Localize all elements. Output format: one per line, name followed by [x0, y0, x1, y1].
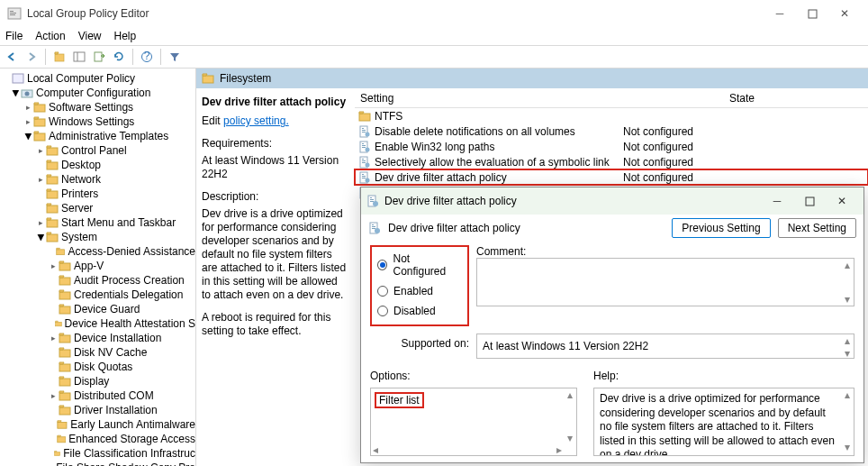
list-row[interactable]: Dev drive filter attach policyNot config… — [355, 169, 868, 185]
dialog-close-button[interactable]: ✕ — [826, 190, 858, 212]
menu-help[interactable]: Help — [114, 30, 137, 42]
maximize-button[interactable] — [796, 3, 828, 24]
tree-dhas[interactable]: Device Health Attestation S — [0, 316, 195, 331]
details-title: Dev drive filter attach policy — [202, 96, 349, 109]
policy-icon — [358, 171, 371, 184]
folder-icon — [202, 73, 214, 84]
edit-policy-link[interactable]: policy setting. — [223, 114, 289, 127]
tree-printers[interactable]: Printers — [0, 187, 195, 201]
scroll-down-icon[interactable]: ▾ — [845, 441, 850, 455]
scroll-down-icon[interactable]: ▾ — [845, 347, 850, 360]
scroll-left-icon[interactable]: ◂ — [373, 443, 378, 456]
tree-label: Audit Process Creation — [74, 274, 185, 287]
scroll-right-icon[interactable]: ▸ — [556, 443, 562, 456]
svg-rect-19 — [47, 177, 58, 184]
next-setting-button[interactable]: Next Setting — [778, 218, 856, 238]
scroll-up-icon[interactable]: ▴ — [845, 259, 850, 271]
scroll-up-icon[interactable]: ▴ — [567, 388, 573, 401]
svg-rect-4 — [809, 10, 817, 18]
help-button[interactable]: ? — [138, 48, 156, 66]
tree-admin-templates[interactable]: ⯆Administrative Templates — [0, 129, 195, 143]
tree-appv[interactable]: ▸App-V — [0, 259, 195, 273]
svg-rect-76 — [372, 224, 374, 225]
tree-server[interactable]: Server — [0, 201, 195, 215]
back-button[interactable] — [3, 48, 21, 66]
menubar: File Action View Help — [0, 27, 868, 45]
menu-file[interactable]: File — [5, 30, 23, 42]
svg-point-63 — [366, 178, 370, 182]
tree-esa[interactable]: Enhanced Storage Access — [0, 432, 195, 446]
list-row[interactable]: Enable Win32 long pathsNot configured — [355, 139, 868, 154]
menu-action[interactable]: Action — [35, 30, 65, 42]
tree-system[interactable]: ⯆System — [0, 230, 195, 244]
tree-device-guard[interactable]: Device Guard — [0, 302, 195, 316]
tree-start-menu[interactable]: ▸Start Menu and Taskbar — [0, 215, 195, 230]
export-button[interactable] — [90, 48, 108, 66]
refresh-button[interactable] — [110, 48, 128, 66]
minimize-button[interactable]: ─ — [764, 3, 796, 24]
svg-rect-29 — [55, 322, 61, 326]
comment-input[interactable]: ▴▾ — [476, 258, 854, 306]
col-state[interactable]: State — [616, 92, 868, 105]
tree-fci[interactable]: File Classification Infrastruc — [0, 446, 195, 461]
tree-audit-process[interactable]: Audit Process Creation — [0, 273, 195, 288]
tree-label: Display — [74, 375, 109, 388]
tree-label: Network — [61, 173, 101, 186]
breadcrumb: Filesystem — [196, 69, 868, 88]
tree-disk-nv[interactable]: Disk NV Cache — [0, 345, 195, 360]
close-button[interactable]: ✕ — [828, 3, 861, 24]
help-label: Help: — [593, 370, 854, 382]
tree-network[interactable]: ▸Network — [0, 172, 195, 187]
dialog-maximize-button[interactable] — [793, 190, 826, 212]
tree-driver-install[interactable]: Driver Installation — [0, 403, 195, 417]
options-box[interactable]: Filter list ▴▾ ◂▸ — [370, 388, 577, 456]
comment-label: Comment: — [476, 245, 854, 258]
svg-rect-20 — [47, 191, 58, 198]
show-hide-tree-button[interactable] — [70, 48, 88, 66]
folder-icon — [358, 110, 371, 123]
tree-access-denied[interactable]: Access-Denied Assistance — [0, 244, 195, 259]
tree-software-settings[interactable]: ▸Software Settings — [0, 100, 195, 114]
radio-enabled[interactable]: Enabled — [377, 285, 462, 297]
tree-fsscp[interactable]: File Share Shadow Copy Pro — [0, 461, 195, 466]
filter-button[interactable] — [166, 48, 184, 66]
svg-rect-33 — [59, 379, 70, 386]
desc-label: Description: — [202, 190, 349, 204]
app-icon — [7, 6, 22, 21]
radio-not-configured[interactable]: Not Configured — [377, 252, 462, 278]
list-row[interactable]: Disable delete notifications on all volu… — [355, 123, 868, 139]
tree-dcom[interactable]: ▸Distributed COM — [0, 388, 195, 403]
dialog-minimize-button[interactable]: ─ — [761, 190, 793, 212]
tree-control-panel[interactable]: ▸Control Panel — [0, 143, 195, 158]
tree-label: Administrative Templates — [49, 130, 168, 142]
svg-rect-17 — [47, 148, 58, 155]
scroll-down-icon[interactable]: ▾ — [845, 293, 850, 306]
list-row[interactable]: Selectively allow the evaluation of a sy… — [355, 154, 868, 169]
nav-tree[interactable]: Local Computer Policy ⯆Computer Configur… — [0, 69, 196, 466]
tree-device-install[interactable]: ▸Device Installation — [0, 331, 195, 345]
tree-display[interactable]: Display — [0, 374, 195, 388]
radio-disabled[interactable]: Disabled — [377, 305, 462, 317]
tree-desktop[interactable]: Desktop — [0, 158, 195, 172]
tree-elam[interactable]: Early Launch Antimalware — [0, 417, 195, 432]
col-setting[interactable]: Setting — [355, 92, 616, 105]
svg-rect-77 — [372, 226, 375, 227]
scroll-up-icon[interactable]: ▴ — [845, 334, 850, 347]
tree-computer-config[interactable]: ⯆Computer Configuration — [0, 86, 195, 100]
svg-rect-55 — [362, 159, 364, 160]
tree-root[interactable]: Local Computer Policy — [0, 71, 195, 86]
previous-setting-button[interactable]: Previous Setting — [672, 218, 770, 238]
tree-disk-quotas[interactable]: Disk Quotas — [0, 360, 195, 374]
forward-button[interactable] — [23, 48, 41, 66]
tree-cred-delegation[interactable]: Credentials Delegation — [0, 288, 195, 302]
scroll-up-icon[interactable]: ▴ — [845, 388, 850, 403]
tree-label: File Share Shadow Copy Pro — [56, 461, 195, 466]
tree-label: System — [61, 231, 97, 243]
svg-rect-37 — [57, 437, 65, 443]
svg-rect-51 — [362, 145, 366, 146]
scroll-down-icon[interactable]: ▾ — [567, 432, 573, 444]
up-button[interactable] — [50, 48, 68, 66]
list-row[interactable]: NTFS — [355, 108, 868, 123]
menu-view[interactable]: View — [78, 30, 102, 42]
tree-windows-settings[interactable]: ▸Windows Settings — [0, 114, 195, 129]
